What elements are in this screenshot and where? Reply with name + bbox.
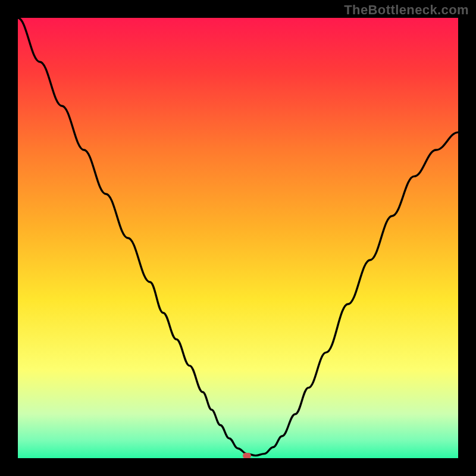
chart-container: TheBottleneck.com bbox=[0, 0, 476, 476]
watermark-label: TheBottleneck.com bbox=[344, 2, 469, 18]
minimum-marker bbox=[243, 453, 251, 458]
plot-area bbox=[18, 18, 458, 458]
curve-layer bbox=[18, 18, 458, 458]
bottleneck-curve bbox=[18, 18, 458, 456]
